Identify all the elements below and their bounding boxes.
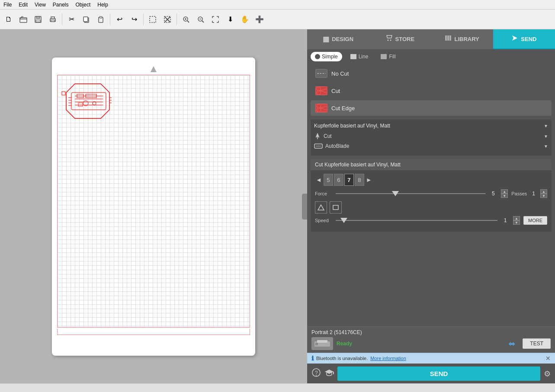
svg-point-41 — [390, 40, 391, 41]
undo-button[interactable]: ↩ — [112, 13, 126, 26]
sep1 — [62, 13, 62, 25]
triangle-shape[interactable] — [315, 201, 327, 214]
canvas-area[interactable]: ▲ — [0, 29, 307, 383]
force-down[interactable]: ▼ — [501, 194, 508, 198]
tab-bar: ▦ DESIGN STORE LIBRARY SEND — [307, 29, 555, 49]
passes-label: Passes — [511, 191, 527, 196]
blade-right-arrow[interactable]: ► — [365, 175, 373, 184]
force-slider[interactable] — [336, 189, 485, 198]
zoom-fit-button[interactable] — [209, 13, 222, 26]
printer-status: Ready — [337, 341, 352, 347]
bt-more-info-link[interactable]: More information — [370, 356, 406, 361]
force-row: Force 5 ▲ ▼ Passes 1 ▲ ▼ — [315, 189, 547, 198]
tab-library[interactable]: LIBRARY — [431, 29, 493, 49]
passes-up[interactable]: ▲ — [540, 189, 547, 194]
new-button[interactable]: 🗋 — [2, 13, 16, 26]
speed-down[interactable]: ▼ — [513, 220, 520, 225]
blade-setting-arrow[interactable]: ▼ — [544, 144, 548, 149]
test-button[interactable]: TEST — [523, 338, 551, 349]
printer-svg — [314, 339, 331, 348]
cut-edge-label: Cut Edge — [331, 105, 355, 112]
delete-button[interactable] — [160, 13, 174, 26]
blade-num-8[interactable]: 8 — [355, 174, 364, 186]
menu-edit[interactable]: Edit — [15, 1, 31, 9]
passes-value: 1 — [532, 191, 535, 197]
menu-panels[interactable]: Panels — [49, 1, 72, 9]
move-icon[interactable]: ⬌ — [508, 338, 516, 349]
print-button[interactable] — [46, 13, 60, 26]
passes-down[interactable]: ▼ — [540, 194, 547, 198]
no-cut-label: No Cut — [331, 70, 349, 77]
toolbar: 🗋 ✂ ↩ ↪ ⬇ ✋ ➕ — [0, 10, 555, 29]
copy-button[interactable] — [79, 13, 93, 26]
force-up[interactable]: ▲ — [501, 189, 508, 194]
zoom-out-button[interactable] — [194, 13, 208, 26]
menu-view[interactable]: View — [31, 1, 49, 9]
tab-store[interactable]: STORE — [369, 29, 431, 49]
graduation-icon[interactable] — [324, 368, 334, 379]
menu-bar: File Edit View Panels Object Help — [0, 0, 555, 10]
cut-settings-header: Cut Kupferfolie basiert auf Vinyl, Matt — [311, 159, 552, 170]
settings-icon[interactable]: ⚙ — [544, 369, 551, 379]
speed-up[interactable]: ▲ — [513, 216, 520, 220]
rect-shape[interactable] — [330, 201, 342, 214]
menu-file[interactable]: File — [0, 1, 15, 9]
svg-rect-43 — [447, 35, 449, 41]
sub-tab-line[interactable]: Line — [346, 52, 373, 61]
cut-option[interactable]: Cut — [311, 83, 552, 99]
add-button[interactable]: ➕ — [253, 13, 266, 26]
svg-rect-46 — [350, 54, 356, 59]
cut-clipboard-button[interactable]: ✂ — [64, 13, 78, 26]
speed-slider[interactable] — [336, 216, 497, 225]
material-name: Kupferfolie basiert auf Vinyl, Matt — [314, 123, 390, 129]
svg-rect-2 — [36, 16, 40, 19]
sub-tab-fill[interactable]: Fill — [376, 52, 400, 61]
cut-edge-option[interactable]: Cut Edge — [311, 100, 552, 116]
send-button[interactable]: SEND — [337, 367, 540, 381]
store-tab-icon — [386, 35, 393, 43]
cut-edge-icon-svg — [315, 103, 328, 113]
bottom-margin — [57, 329, 250, 335]
tab-design[interactable]: ▦ DESIGN — [307, 29, 369, 49]
paste-button[interactable] — [94, 13, 108, 26]
sub-tab-simple[interactable]: Simple — [311, 52, 342, 61]
save-button[interactable] — [31, 13, 45, 26]
svg-rect-0 — [20, 18, 27, 22]
svg-marker-45 — [512, 35, 517, 41]
cut-icon-svg — [315, 86, 328, 96]
question-icon[interactable]: ? — [311, 368, 321, 379]
bt-info-icon: ℹ — [311, 355, 314, 362]
svg-rect-9 — [99, 16, 102, 18]
cut-settings-body: ◄ 5 6 7 8 ► Force 5 — [311, 170, 552, 232]
blade-num-6[interactable]: 6 — [334, 174, 343, 186]
main-area: ▲ — [0, 29, 555, 383]
menu-help[interactable]: Help — [94, 1, 112, 9]
svg-rect-67 — [317, 340, 327, 343]
redo-button[interactable]: ↪ — [127, 13, 141, 26]
speed-label: Speed — [315, 218, 332, 223]
blade-num-7[interactable]: 7 — [344, 174, 354, 186]
tab-send[interactable]: SEND — [493, 29, 555, 49]
material-dropdown-arrow[interactable]: ▼ — [544, 124, 548, 128]
simple-radio[interactable] — [315, 54, 320, 59]
blade-num-5[interactable]: 5 — [324, 174, 333, 186]
select-button[interactable] — [146, 13, 160, 26]
open-button[interactable] — [16, 13, 30, 26]
menu-object[interactable]: Object — [72, 1, 94, 9]
blade-type-arrow[interactable]: ▼ — [544, 134, 548, 139]
zoom-in-button[interactable] — [179, 13, 193, 26]
svg-point-56 — [317, 108, 321, 112]
grad-icon-svg — [324, 368, 334, 377]
scroll-handle[interactable] — [302, 194, 307, 220]
pan-button[interactable]: ✋ — [238, 13, 252, 26]
more-button[interactable]: MORE — [523, 216, 547, 225]
force-thumb[interactable] — [392, 191, 399, 196]
no-cut-option[interactable]: No Cut — [311, 66, 552, 81]
svg-rect-5 — [51, 20, 55, 22]
bt-close-button[interactable]: ✕ — [545, 355, 551, 362]
speed-thumb[interactable] — [340, 218, 347, 223]
blade-type-row: Cut ▼ — [314, 132, 548, 140]
sep4 — [176, 13, 177, 25]
blade-left-arrow[interactable]: ◄ — [315, 175, 323, 184]
move-down-button[interactable]: ⬇ — [223, 13, 237, 26]
